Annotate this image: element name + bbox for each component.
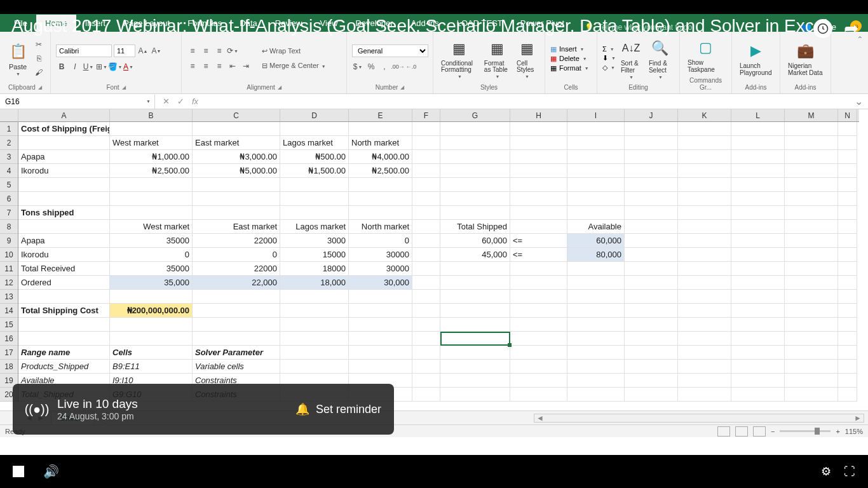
cell-D18[interactable] [280, 360, 349, 374]
share-icon[interactable]: ➦ [844, 18, 858, 39]
increase-font-icon[interactable]: A▲ [137, 45, 149, 57]
cell-I15[interactable] [567, 318, 625, 332]
col-header-K[interactable]: K [678, 109, 731, 121]
cell-J18[interactable] [625, 360, 678, 374]
cell-N10[interactable] [838, 248, 857, 262]
cell-D7[interactable] [280, 206, 349, 220]
cell-M5[interactable] [785, 178, 838, 192]
cell-F13[interactable] [412, 290, 440, 304]
cell-M13[interactable] [785, 290, 838, 304]
cell-J16[interactable] [625, 332, 678, 346]
fx-icon[interactable]: fx [192, 97, 198, 106]
underline-button[interactable]: U▼ [83, 61, 94, 72]
cell-F1[interactable] [412, 122, 440, 136]
cell-I16[interactable] [567, 332, 625, 346]
cell-M8[interactable] [785, 220, 838, 234]
cell-M20[interactable] [785, 388, 838, 402]
cell-C6[interactable] [193, 192, 280, 206]
cell-A16[interactable] [18, 332, 110, 346]
row-header-13[interactable]: 13 [0, 290, 18, 304]
cell-G12[interactable] [440, 276, 510, 290]
cell-H6[interactable] [510, 192, 567, 206]
cell-K3[interactable] [678, 150, 731, 164]
cell-M6[interactable] [785, 192, 838, 206]
cell-H16[interactable] [510, 332, 567, 346]
cell-G15[interactable] [440, 318, 510, 332]
cell-styles-button[interactable]: ▦Cell Styles▼ [514, 37, 539, 80]
number-format-select[interactable]: General [352, 44, 428, 57]
cell-E16[interactable] [349, 332, 412, 346]
cell-L8[interactable] [731, 220, 785, 234]
cell-B3[interactable]: ₦1,000.00 [110, 150, 193, 164]
cell-L9[interactable] [731, 234, 785, 248]
cell-B14[interactable]: ₦200,000,000.00 [110, 304, 193, 318]
row-header-9[interactable]: 9 [0, 234, 18, 248]
cell-E1[interactable] [349, 122, 412, 136]
cell-N20[interactable] [838, 388, 857, 402]
cell-G9[interactable]: 60,000 [440, 234, 510, 248]
cell-N7[interactable] [838, 206, 857, 220]
format-cells-button[interactable]: ▦Format▼ [550, 64, 589, 72]
cell-I9[interactable]: 60,000 [567, 234, 625, 248]
cell-L5[interactable] [731, 178, 785, 192]
cell-K8[interactable] [678, 220, 731, 234]
row-header-17[interactable]: 17 [0, 346, 18, 360]
find-select-button[interactable]: 🔍Find & Select▼ [646, 37, 674, 81]
cell-F17[interactable] [412, 346, 440, 360]
row-header-14[interactable]: 14 [0, 304, 18, 318]
cell-N1[interactable] [838, 122, 857, 136]
cell-H3[interactable] [510, 150, 567, 164]
cell-H5[interactable] [510, 178, 567, 192]
cell-I1[interactable] [567, 122, 625, 136]
cell-I8[interactable]: Available [567, 220, 625, 234]
cell-F3[interactable] [412, 150, 440, 164]
cell-E4[interactable]: ₦2,500.00 [349, 164, 412, 178]
conditional-formatting-button[interactable]: ▦Conditional Formatting▼ [438, 37, 480, 80]
row-header-16[interactable]: 16 [0, 332, 18, 346]
dialog-launcher-icon[interactable]: ◢ [38, 85, 42, 90]
cell-I7[interactable] [567, 206, 625, 220]
zoom-in-button[interactable]: + [836, 428, 839, 435]
cell-H1[interactable] [510, 122, 567, 136]
cell-A7[interactable]: Tons shipped [18, 206, 110, 220]
cell-L1[interactable] [731, 122, 785, 136]
cell-N12[interactable] [838, 276, 857, 290]
cell-E14[interactable] [349, 304, 412, 318]
cell-L16[interactable] [731, 332, 785, 346]
cell-E17[interactable] [349, 346, 412, 360]
cell-K18[interactable] [678, 360, 731, 374]
cell-M18[interactable] [785, 360, 838, 374]
cell-K1[interactable] [678, 122, 731, 136]
cell-I19[interactable] [567, 374, 625, 388]
cell-C8[interactable]: East market [193, 220, 280, 234]
cell-M12[interactable] [785, 276, 838, 290]
cell-K11[interactable] [678, 262, 731, 276]
row-header-10[interactable]: 10 [0, 248, 18, 262]
cell-N4[interactable] [838, 164, 857, 178]
cell-C18[interactable]: Variable cells [193, 360, 280, 374]
cell-K12[interactable] [678, 276, 731, 290]
cell-H13[interactable] [510, 290, 567, 304]
cell-G18[interactable] [440, 360, 510, 374]
cell-C2[interactable]: East market [193, 136, 280, 150]
align-middle-icon[interactable]: ≡ [200, 45, 212, 57]
cell-G16[interactable] [440, 332, 510, 346]
cell-M9[interactable] [785, 234, 838, 248]
cell-C4[interactable]: ₦5,000.00 [193, 164, 280, 178]
cell-B17[interactable]: Cells [110, 346, 193, 360]
insert-cells-button[interactable]: ▦Insert▼ [550, 45, 589, 53]
cell-C16[interactable] [193, 332, 280, 346]
cell-I13[interactable] [567, 290, 625, 304]
cell-D11[interactable]: 18000 [280, 262, 349, 276]
fill-color-button[interactable]: 🪣▼ [109, 61, 121, 72]
row-header-6[interactable]: 6 [0, 192, 18, 206]
cell-I6[interactable] [567, 192, 625, 206]
cell-D15[interactable] [280, 318, 349, 332]
row-header-1[interactable]: 1 [0, 122, 18, 136]
cell-M3[interactable] [785, 150, 838, 164]
cell-G17[interactable] [440, 346, 510, 360]
settings-icon[interactable]: ⚙ [821, 464, 831, 478]
cell-I17[interactable] [567, 346, 625, 360]
cell-L10[interactable] [731, 248, 785, 262]
cell-D10[interactable]: 15000 [280, 248, 349, 262]
